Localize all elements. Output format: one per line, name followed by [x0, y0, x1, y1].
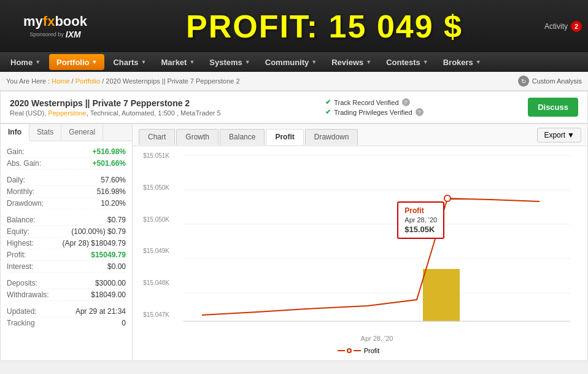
stat-tracking: Tracking 0 [7, 318, 126, 329]
tooltip-title: Profit [404, 206, 437, 215]
y-label-3: $15.050K [136, 216, 169, 223]
stat-updated: Updated: Apr 29 at 21:34 [7, 306, 126, 318]
custom-analysis-button[interactable]: ↻ Custom Analysis [518, 76, 582, 87]
bar-apr28 [423, 269, 460, 321]
stat-monthly: Monthly: 516.98% [7, 186, 126, 198]
info-icon[interactable]: ? [402, 98, 410, 106]
tab-growth[interactable]: Growth [176, 129, 219, 145]
profit-banner: PROFIT: 15 049 $ [104, 8, 544, 45]
y-axis: $15.051K $15.050K $15.050K $15.049K $15.… [136, 149, 172, 333]
spacer [7, 169, 126, 174]
tooltip-value: $15.05K [404, 225, 437, 234]
tooltip-date: Apr 28, '20 [404, 216, 437, 224]
chevron-down-icon: ▼ [141, 59, 147, 65]
info-icon[interactable]: ? [416, 108, 424, 116]
spacer [7, 209, 126, 214]
account-title: 2020 Westernpips || Private 7 Pepperston… [10, 98, 221, 108]
broker-link[interactable]: Pepperstone [48, 109, 86, 117]
stat-drawdown: Drawdown: 10.20% [7, 198, 126, 209]
stat-profit: Profit: $15049.79 [7, 249, 126, 261]
verified-badges: ✔ Track Record Verified ? ✔ Trading Priv… [325, 98, 423, 116]
stat-gain: Gain: +516.98% [7, 146, 126, 158]
y-label-2: $15.050K [136, 184, 169, 191]
chart-tabs-bar: Chart Growth Balance Profit Drawdown Exp… [133, 124, 587, 146]
top-bar: myfxbook Sponsored by IXM PROFIT: 15 049… [0, 0, 588, 52]
stat-abs-gain: Abs. Gain: +501.66% [7, 158, 126, 169]
nav-contests[interactable]: Contests ▼ [379, 52, 436, 72]
breadcrumb-home[interactable]: Home [52, 77, 69, 85]
left-panel: Info Stats General Gain: +516.98% Abs. G… [1, 124, 133, 360]
ixm-logo: IXM [66, 29, 81, 39]
tab-chart[interactable]: Chart [139, 129, 175, 145]
stat-daily: Daily: 57.60% [7, 174, 126, 186]
spacer [7, 273, 126, 278]
nav-brokers[interactable]: Brokers ▼ [436, 52, 489, 72]
legend-label: Profit [364, 347, 380, 354]
activity-label: Activity [544, 22, 568, 31]
account-info: 2020 Westernpips || Private 7 Pepperston… [10, 98, 221, 117]
nav-home[interactable]: Home ▼ [3, 52, 48, 72]
stat-highest: Highest: (Apr 28) $18049.79 [7, 238, 126, 249]
legend-line [354, 350, 361, 351]
activity-badge: 2 [571, 21, 582, 32]
export-button[interactable]: Export ▼ [537, 128, 581, 142]
legend-line [338, 350, 345, 351]
chevron-down-icon: ▼ [189, 59, 195, 65]
chart-legend: Profit [136, 342, 581, 357]
breadcrumb-bar: You Are Here : Home / Portfolio / 2020 W… [0, 72, 588, 91]
left-tabs: Info Stats General [1, 124, 132, 141]
chevron-down-icon: ▼ [35, 59, 41, 65]
tab-balance[interactable]: Balance [220, 129, 265, 145]
nav-community[interactable]: Community ▼ [258, 52, 324, 72]
tab-profit[interactable]: Profit [266, 129, 303, 145]
stat-balance: Balance: $0.79 [7, 214, 126, 226]
chevron-down-icon: ▼ [423, 59, 428, 65]
nav-market[interactable]: Market ▼ [154, 52, 203, 72]
chart-svg-wrapper: Profit Apr 28, '20 $15.05K [172, 149, 581, 333]
stat-withdrawals: Withdrawals: $18049.00 [7, 289, 126, 301]
chevron-down-icon: ▼ [245, 59, 250, 65]
right-panel: Chart Growth Balance Profit Drawdown Exp… [133, 124, 587, 360]
y-label-6: $15.047K [136, 311, 169, 318]
logo-sponsored: Sponsored by IXM [29, 29, 80, 39]
chevron-down-icon: ▼ [476, 59, 481, 65]
logo-fx: fx [43, 14, 55, 29]
check-icon: ✔ [325, 98, 331, 106]
tab-drawdown[interactable]: Drawdown [305, 129, 358, 145]
tab-stats[interactable]: Stats [29, 124, 61, 141]
account-subtitle: Real (USD), Pepperstone, Technical, Auto… [10, 109, 221, 117]
stat-deposits: Deposits: $3000.00 [7, 278, 126, 289]
logo-area: myfxbook Sponsored by IXM [6, 14, 104, 39]
main-content: Info Stats General Gain: +516.98% Abs. G… [0, 123, 588, 361]
breadcrumb-portfolio[interactable]: Portfolio [75, 77, 100, 85]
verified-track: ✔ Track Record Verified ? [325, 98, 423, 106]
data-point [444, 195, 451, 201]
profit-line [202, 198, 540, 315]
y-label-1: $15.051K [136, 152, 169, 159]
logo: myfxbook [23, 14, 87, 29]
nav-reviews[interactable]: Reviews ▼ [324, 52, 379, 72]
chart-tabs: Chart Growth Balance Profit Drawdown [139, 129, 358, 145]
legend-profit: Profit [338, 347, 380, 354]
nav-systems[interactable]: Systems ▼ [202, 52, 257, 72]
stat-equity: Equity: (100.00%) $0.79 [7, 226, 126, 238]
chart-with-labels: $15.051K $15.050K $15.050K $15.049K $15.… [136, 149, 581, 333]
chevron-down-icon: ▼ [366, 59, 371, 65]
verified-trading: ✔ Trading Privileges Verified ? [325, 108, 423, 116]
discuss-button[interactable]: Discuss [528, 98, 578, 117]
nav-charts[interactable]: Charts ▼ [106, 52, 153, 72]
account-header: 2020 Westernpips || Private 7 Pepperston… [0, 91, 588, 123]
y-label-5: $15.048K [136, 279, 169, 286]
tab-info[interactable]: Info [1, 124, 29, 141]
nav-bar: Home ▼ Portfolio ▼ Charts ▼ Market ▼ Sys… [0, 52, 588, 72]
activity-area[interactable]: Activity 2 [544, 21, 582, 32]
nav-portfolio[interactable]: Portfolio ▼ [49, 54, 104, 70]
y-label-4: $15.049K [136, 247, 169, 254]
custom-analysis-icon: ↻ [518, 76, 529, 87]
x-axis-label: Apr 28, '20 [136, 335, 581, 342]
profit-chart [172, 149, 581, 333]
check-icon: ✔ [325, 108, 331, 116]
chevron-down-icon: ▼ [91, 59, 97, 65]
spacer [7, 301, 126, 306]
tab-general[interactable]: General [61, 124, 103, 141]
